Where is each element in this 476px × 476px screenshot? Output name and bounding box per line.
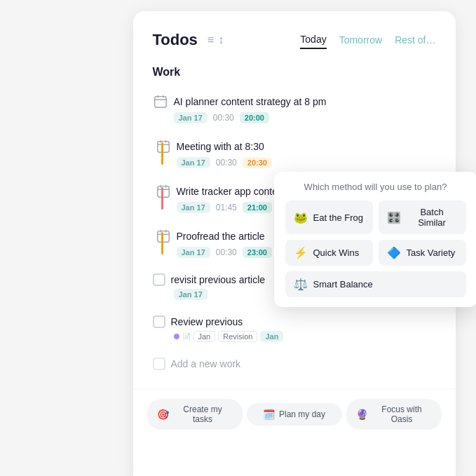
create-label: Create my tasks (173, 404, 233, 424)
batch-emoji: 🎛️ (387, 211, 401, 224)
tab-rest[interactable]: Rest of… (395, 32, 435, 48)
method-label: Task Variety (407, 247, 456, 258)
focus-icon: 🔮 (356, 409, 368, 420)
header-tabs: Today Tomorrow Rest of… (300, 31, 435, 49)
frog-emoji: 🐸 (294, 211, 308, 224)
svg-rect-12 (157, 231, 169, 243)
revision-tag: 📄 Jan Revision Jan (174, 331, 284, 342)
create-tasks-button[interactable]: 🎯 Create my tasks (147, 399, 243, 430)
task-time: 21:00 (243, 202, 272, 213)
revision-text: Revision (218, 331, 257, 342)
task-row: Add a new work (153, 358, 436, 370)
task-date: Jan 17 (177, 247, 210, 258)
revision-label: Jan (193, 331, 216, 342)
accent-bar (161, 142, 163, 165)
task-duration: 00:30 (216, 247, 237, 257)
svg-rect-0 (154, 97, 166, 108)
task-meta: Jan 17 00:30 20:00 (153, 112, 436, 123)
task-checkbox[interactable] (153, 273, 165, 286)
method-eat-frog[interactable]: 🐸 Eat the Frog (285, 200, 373, 234)
header-icons: ≡ ↕ (208, 34, 224, 46)
calendar-icon (156, 184, 171, 199)
method-label: Smart Balance (313, 279, 373, 290)
quick-emoji: ⚡ (294, 246, 308, 259)
task-title: Meeting with at 8:30 (177, 141, 436, 152)
svg-rect-4 (157, 142, 169, 153)
app-container: Todos ≡ ↕ Today Tomorrow Rest of… Work A… (133, 11, 456, 476)
tab-tomorrow[interactable]: Tomorrow (339, 32, 382, 48)
focus-oasis-button[interactable]: 🔮 Focus with Oasis (346, 399, 442, 430)
method-label: Eat the Frog (313, 212, 364, 223)
task-duration: 00:30 (213, 113, 234, 123)
task-item: Review previous 📄 Jan Revision Jan (147, 308, 442, 349)
method-grid: 🐸 Eat the Frog 🎛️ Batch Similar ⚡ Quick … (285, 200, 466, 297)
calendar-icon (156, 229, 171, 244)
accent-bar (161, 232, 163, 254)
header: Todos ≡ ↕ Today Tomorrow Rest of… (133, 11, 456, 60)
method-quick-wins[interactable]: ⚡ Quick Wins (285, 240, 373, 266)
task-time: 20:30 (243, 157, 272, 168)
balance-emoji: ⚖️ (294, 278, 308, 291)
task-item: AI planner content strategy at 8 pm Jan … (147, 87, 442, 130)
variety-emoji: 🔷 (387, 246, 401, 259)
task-date: Jan 17 (177, 157, 210, 168)
method-smart-balance[interactable]: ⚖️ Smart Balance (285, 271, 466, 297)
task-row: Review previous (153, 315, 436, 328)
task-meta: Jan 17 00:30 20:30 (156, 157, 436, 168)
method-popup: Which method will you use to plan? 🐸 Eat… (274, 172, 477, 307)
section-title: Work (133, 60, 456, 87)
task-title: AI planner content strategy at 8 pm (174, 96, 436, 107)
method-label: Batch Similar (407, 207, 458, 228)
tab-today[interactable]: Today (300, 31, 326, 49)
revision-dot (174, 334, 179, 339)
task-title: Review previous (171, 316, 436, 327)
task-duration: 01:45 (216, 203, 237, 212)
task-date: Jan 17 (174, 289, 208, 300)
create-icon: 🎯 (157, 409, 169, 420)
svg-rect-8 (157, 186, 169, 198)
task-time: 23:00 (243, 247, 272, 258)
task-checkbox[interactable] (153, 358, 165, 370)
page-title: Todos (153, 31, 198, 49)
task-placeholder[interactable]: Add a new work (171, 358, 436, 369)
task-item-placeholder: Add a new work (147, 351, 442, 377)
accent-bar (161, 187, 163, 210)
bottom-bar: 🎯 Create my tasks 🗓️ Plan my day 🔮 Focus… (133, 388, 456, 440)
filter-icon[interactable]: ≡ (208, 34, 214, 46)
task-date: Jan 17 (177, 202, 210, 213)
task-row: AI planner content strategy at 8 pm (153, 94, 436, 109)
calendar-icon (156, 139, 171, 154)
task-date: Jan 17 (174, 112, 208, 123)
task-checkbox[interactable] (153, 315, 165, 328)
method-batch-similar[interactable]: 🎛️ Batch Similar (379, 200, 466, 234)
revision-icon: 📄 (182, 333, 191, 341)
task-row: Meeting with at 8:30 (156, 139, 436, 154)
task-duration: 00:30 (216, 158, 237, 168)
task-item: revisit previous article Jan 17 Which me… (147, 266, 442, 307)
task-meta: 📄 Jan Revision Jan (153, 331, 436, 342)
method-task-variety[interactable]: 🔷 Task Variety (379, 240, 466, 266)
method-label: Quick Wins (313, 247, 360, 258)
task-list: AI planner content strategy at 8 pm Jan … (133, 87, 456, 377)
plan-icon: 🗓️ (263, 409, 275, 420)
task-time: 20:00 (240, 112, 269, 123)
sort-icon[interactable]: ↕ (218, 34, 224, 46)
focus-label: Focus with Oasis (372, 404, 432, 424)
method-popup-title: Which method will you use to plan? (285, 182, 466, 192)
task-item: Meeting with at 8:30 Jan 17 00:30 20:30 (147, 132, 442, 175)
plan-day-button[interactable]: 🗓️ Plan my day (247, 403, 342, 426)
calendar-icon (153, 94, 168, 109)
plan-label: Plan my day (279, 409, 325, 419)
task-date-small: Jan (260, 331, 283, 342)
